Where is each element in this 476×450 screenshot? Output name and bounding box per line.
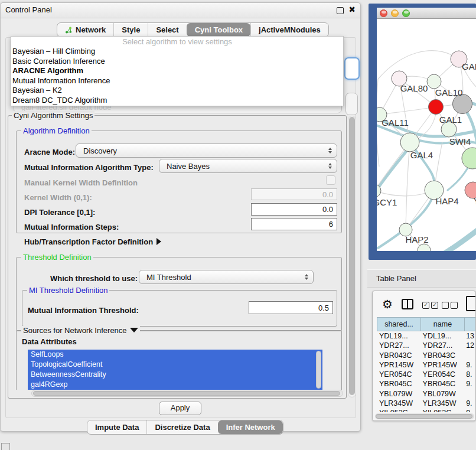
column-header-name[interactable]: name <box>420 317 464 331</box>
kernel-width-label: Kernel Width (0,1): <box>24 193 92 202</box>
dropdown-hint: Select algorithm to view settings <box>11 37 343 47</box>
settings-gear-icon[interactable]: ⚙ <box>382 297 393 311</box>
scrollbar-thumb[interactable] <box>349 117 355 395</box>
table-cell: YDL19... <box>377 331 420 341</box>
table-row-yil052c[interactable]: YIL052CYIL052C9. <box>377 408 476 412</box>
node-gal4[interactable] <box>400 133 419 152</box>
tab-select[interactable]: Select <box>148 23 186 37</box>
dropdown-item-dream8-dc-tdc-algorithm[interactable]: Dream8 DC_TDC Algorithm <box>11 96 343 106</box>
tab-network[interactable]: Network <box>57 23 113 37</box>
corner-grip-icon <box>1 443 10 450</box>
aracne-mode-label: Aracne Mode: <box>24 148 75 156</box>
close-panel-icon[interactable]: ✖ <box>348 5 356 14</box>
mi-threshold-group-title: MI Threshold Definition <box>27 286 109 295</box>
dpi-tolerance-label: DPI Tolerance [0,1]: <box>24 208 95 217</box>
uncheck-all-columns-icon[interactable] <box>442 302 458 309</box>
mi-algorithm-type-value: Naive Bayes <box>159 162 326 171</box>
table-row-ylr345w[interactable]: YLR345WYLR345W9. <box>377 399 476 408</box>
tab-label: jActiveMNodules <box>259 25 321 34</box>
control-panel-titlebar[interactable]: Control Panel ✖ <box>1 3 360 18</box>
table-cell: YLR345W <box>420 399 464 408</box>
dropdown-item-mutual-information-inference[interactable]: Mutual Information Inference <box>11 76 343 86</box>
algorithm-definition-title: Algorithm Definition <box>21 126 92 135</box>
attribute-item-selfloops[interactable]: SelfLoops <box>28 350 322 360</box>
scrollbar-thumb[interactable] <box>33 391 340 396</box>
tab-jactivemnodules[interactable]: jActiveMNodules <box>250 23 328 37</box>
node-label-gal: GAL <box>462 61 476 71</box>
network-canvas[interactable]: GALGAL80GAL10GAL1GAL11SWI4GAL4GCY1HAP4YH… <box>377 19 476 251</box>
attribute-item-gal4rgexp[interactable]: gal4RGexp <box>28 380 322 390</box>
check-all-columns-icon[interactable]: ✓✓ <box>422 302 438 309</box>
tab-label: Style <box>122 25 140 34</box>
tab-label: Network <box>76 25 106 34</box>
tab-discretize-data[interactable]: Discretize Data <box>146 420 217 434</box>
hub-definition-label: Hub/Transcription Factor Definition <box>24 237 153 246</box>
mi-threshold-input[interactable]: 0.5 <box>249 301 333 314</box>
table-row-ypr145w[interactable]: YPR145WYPR145W9. <box>377 360 476 370</box>
column-header-shared[interactable]: shared... <box>377 317 420 331</box>
dropdown-item-aracne-algorithm[interactable]: ARACNE Algorithm <box>11 66 343 76</box>
which-threshold-select[interactable]: MI Threshold <box>139 270 314 284</box>
which-threshold-label: Which threshold to use: <box>50 274 138 283</box>
table-row-ydr27[interactable]: YDR27...YDR27...12 <box>377 341 476 350</box>
table-panel-header: Table Panel <box>367 269 476 288</box>
float-panel-icon[interactable] <box>337 7 344 14</box>
table-row-ybl079w[interactable]: YBL079WYBL079W <box>377 389 476 399</box>
window-title: Control Panel <box>5 5 52 14</box>
mi-threshold-label: Mutual Information Threshold: <box>28 306 139 315</box>
node-green-right[interactable] <box>462 148 476 169</box>
tab-style[interactable]: Style <box>113 23 148 37</box>
desktop: Control Panel ✖ NetworkStyleSelectCyni T… <box>0 0 476 450</box>
triangle-down-icon <box>130 328 138 332</box>
tab-impute-data[interactable]: Impute Data <box>87 420 146 434</box>
table-cell: YER054C <box>377 370 420 379</box>
table-row-yer054c[interactable]: YER054CYER054C8. <box>377 370 476 379</box>
combo-arrows-icon <box>326 163 334 169</box>
close-window-button[interactable] <box>380 9 387 17</box>
minimize-window-button[interactable] <box>391 9 399 17</box>
manual-kernel-checkbox[interactable] <box>326 175 335 185</box>
mi-algorithm-type-select[interactable]: Naive Bayes <box>159 159 337 173</box>
sources-toggle[interactable]: Sources for Network Inference <box>21 326 140 335</box>
table-cell: YPR145W <box>420 360 464 370</box>
table-row-ybr045c[interactable]: YBR045CYBR045C9. <box>377 379 476 389</box>
settings-vertical-scrollbar[interactable] <box>348 116 356 397</box>
data-attributes-list[interactable]: SelfLoopsTopologicalCoefficientBetweenne… <box>28 350 322 390</box>
attribute-item-betweennesscentrality[interactable]: BetweennessCentrality <box>28 370 322 380</box>
new-document-icon[interactable] <box>466 296 476 311</box>
node-label-gal4: GAL4 <box>410 150 433 160</box>
node-label-hap4: HAP4 <box>435 196 458 206</box>
dropdown-item-bayesian-k2[interactable]: Bayesian – K2 <box>11 86 343 96</box>
dropdown-item-basic-correlation-inference[interactable]: Basic Correlation Inference <box>11 57 343 67</box>
mi-steps-label: Mutual Information Steps: <box>24 223 119 231</box>
tab-infer-network[interactable]: Infer Network <box>218 420 283 434</box>
tab-label: Discretize Data <box>155 423 210 432</box>
scrollbar-thumb[interactable] <box>376 414 472 419</box>
table-row-ybr043c[interactable]: YBR043CYBR043C <box>377 351 476 360</box>
attribute-list-scrollbar[interactable] <box>316 351 321 389</box>
column-header-partial[interactable] <box>464 317 476 331</box>
split-columns-icon[interactable] <box>402 299 413 309</box>
kernel-width-input[interactable]: 0.0 <box>251 188 337 200</box>
table-cell: YBR043C <box>377 351 420 360</box>
tab-cyni-toolbox[interactable]: Cyni Toolbox <box>187 23 250 37</box>
mi-steps-input[interactable]: 6 <box>251 218 337 230</box>
network-window-titlebar[interactable] <box>377 8 476 19</box>
attribute-item-topologicalcoefficient[interactable]: TopologicalCoefficient <box>28 360 322 370</box>
node-gal1[interactable] <box>429 100 444 115</box>
zoom-window-button[interactable] <box>402 9 410 17</box>
dropdown-item-bayesian-hill-climbing[interactable]: Bayesian – Hill Climbing <box>11 47 343 57</box>
table-row-ydl19[interactable]: YDL19...YDL19...13 <box>377 331 476 341</box>
dpi-tolerance-input[interactable]: 0.0 <box>251 203 337 216</box>
settings-horizontal-scrollbar[interactable] <box>31 390 343 397</box>
chevron-right-icon <box>157 238 161 245</box>
table-cell: 8. <box>464 370 476 379</box>
aracne-mode-select[interactable]: Discovery <box>76 144 337 158</box>
node-gal10[interactable] <box>427 74 441 89</box>
hub-definition-toggle[interactable]: Hub/Transcription Factor Definition <box>24 237 161 246</box>
network-edge <box>378 51 459 79</box>
apply-button[interactable]: Apply <box>159 402 201 415</box>
network-edge <box>380 107 436 115</box>
table-horizontal-scrollbar[interactable] <box>375 413 474 419</box>
combo-arrows-icon <box>302 274 311 280</box>
